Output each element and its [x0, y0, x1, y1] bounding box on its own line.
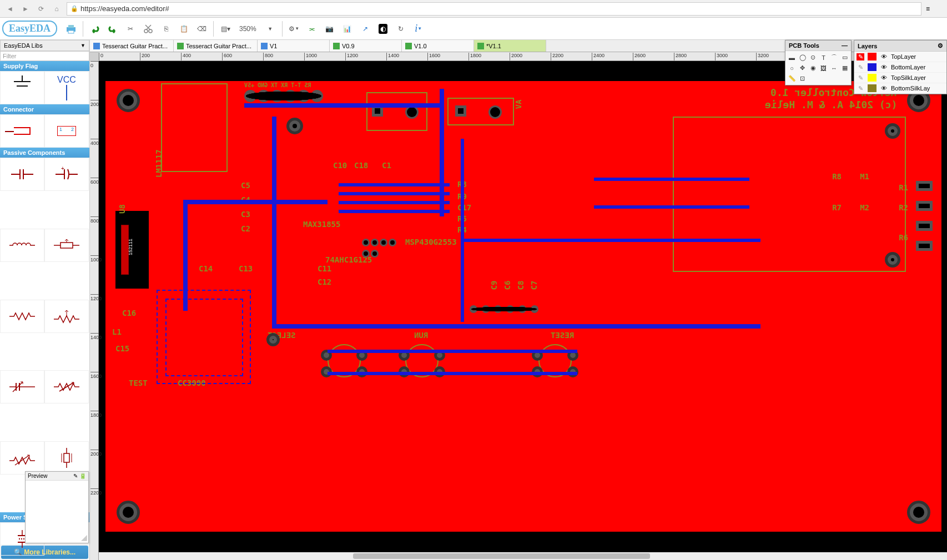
preview-title: Preview: [28, 473, 48, 479]
url-text: https://easyeda.com/editor#: [80, 4, 169, 13]
lib-pot[interactable]: [0, 370, 44, 403]
back-button[interactable]: ◄: [4, 3, 16, 14]
pencil-icon[interactable]: ✎: [857, 85, 864, 92]
paste-icon[interactable]: 📋: [175, 21, 192, 37]
resize-handle[interactable]: ◢: [81, 533, 87, 542]
gear-icon[interactable]: ⚙▼: [286, 21, 303, 37]
label-c15: C15: [115, 344, 129, 353]
pcb-tools-title: PCB Tools: [789, 42, 819, 49]
export-icon[interactable]: ↗: [357, 21, 374, 37]
tab-v0-9[interactable]: V0.9: [330, 40, 402, 52]
conn-outline: [366, 92, 427, 131]
pcb-board[interactable]: Reflow Controller 1.0 (c) 2014 A. & M. H…: [105, 72, 941, 541]
scissors-icon[interactable]: [140, 21, 157, 37]
image-tool-icon[interactable]: 🖼: [818, 63, 829, 73]
zoom-dropdown-icon[interactable]: ▼: [262, 21, 279, 37]
eye-icon[interactable]: 👁: [880, 85, 888, 92]
rect-tool-icon[interactable]: ▭: [839, 52, 850, 63]
section-connector[interactable]: Connector: [0, 104, 89, 114]
filter-input[interactable]: Filter: [0, 51, 89, 61]
section-supply[interactable]: Supply Flag: [0, 61, 89, 71]
h-scrollbar[interactable]: [99, 552, 947, 560]
history-icon[interactable]: ↻: [392, 21, 409, 37]
layer-row-bottomsilklay[interactable]: ✎👁BottomSilkLay: [854, 83, 946, 94]
pencil-icon[interactable]: ✎: [857, 74, 864, 82]
label-max: MAX31855: [303, 220, 340, 229]
lib-cap[interactable]: [0, 158, 44, 191]
lib-cap-pol[interactable]: +: [44, 158, 89, 191]
track-tool-icon[interactable]: ▬: [787, 52, 797, 63]
circle-tool-icon[interactable]: ○: [787, 63, 797, 73]
forward-button[interactable]: ►: [20, 3, 31, 14]
app-logo[interactable]: EasyEDA: [2, 21, 57, 37]
lib-vcc[interactable]: VCC: [44, 71, 89, 104]
section-passive[interactable]: Passive Components: [0, 148, 89, 158]
eye-icon[interactable]: 👁: [880, 53, 888, 60]
ruler-tool-icon[interactable]: 📏: [787, 73, 797, 84]
align-icon[interactable]: ▤▾: [217, 21, 234, 37]
bom-icon[interactable]: 📊: [339, 21, 356, 37]
lcd-hole: [885, 123, 900, 139]
lib-res-us2[interactable]: [44, 300, 89, 333]
ruler-vertical: 0200400600800100012001400160018002000220…: [90, 61, 99, 560]
share-icon[interactable]: ⫘: [304, 21, 320, 37]
text-tool-icon[interactable]: T: [818, 52, 829, 63]
lib-ind[interactable]: [0, 229, 44, 262]
camera-icon[interactable]: 📷: [321, 21, 338, 37]
steam-icon[interactable]: ◐: [375, 21, 391, 37]
lib-conn1[interactable]: [0, 114, 44, 148]
tab-label: V1.0: [414, 43, 427, 49]
lib-var-res[interactable]: [44, 370, 89, 403]
preview-tools[interactable]: ✎ 🔋: [73, 473, 86, 479]
minimize-icon[interactable]: —: [842, 42, 848, 49]
mounting-hole: [117, 89, 140, 112]
group-tool-icon[interactable]: ⊡: [797, 73, 808, 84]
undo-icon[interactable]: [87, 21, 103, 37]
lib-conn2[interactable]: 12: [44, 114, 89, 148]
layer-name: TopLayer: [891, 53, 916, 60]
tab-tesseract-guitar-pract-[interactable]: Tesseract Guitar Pract...: [90, 40, 174, 52]
tab-v1[interactable]: V1: [258, 40, 330, 52]
gear-icon[interactable]: ⚙: [938, 42, 943, 49]
copy-icon[interactable]: ⎘: [158, 21, 174, 37]
lib-res-eu[interactable]: [44, 229, 89, 262]
lib-gnd[interactable]: [0, 71, 44, 104]
zoom-value[interactable]: 350%: [235, 25, 261, 33]
hole-tool-icon[interactable]: ◉: [808, 63, 818, 73]
info-icon[interactable]: i▼: [410, 21, 427, 37]
lib-trim[interactable]: [0, 441, 44, 475]
layer-row-topsilklayer[interactable]: ✎👁TopSilkLayer: [854, 73, 946, 83]
home-button[interactable]: ⌂: [51, 3, 62, 14]
dim-tool-icon[interactable]: ↔: [829, 63, 839, 73]
label-r6: R6: [899, 233, 908, 242]
via: [362, 250, 370, 258]
arc-tool-icon[interactable]: ⌒: [829, 52, 839, 63]
tab-tesseract-guitar-pract-[interactable]: Tesseract Guitar Pract...: [174, 40, 258, 52]
canvas-area: Tesseract Guitar Pract...Tesseract Guita…: [90, 40, 947, 560]
cut-icon[interactable]: ✂: [122, 21, 139, 37]
eye-icon[interactable]: 👁: [880, 74, 888, 81]
pencil-icon[interactable]: ✎: [857, 64, 864, 71]
region-tool-icon[interactable]: ▦: [839, 63, 850, 73]
url-bar[interactable]: 🔒 https://easyeda.com/editor#: [67, 2, 921, 16]
layer-color: [868, 63, 877, 71]
lib-res-us[interactable]: [0, 300, 44, 333]
print-icon[interactable]: [63, 21, 79, 37]
delete-icon[interactable]: ⌫: [193, 21, 210, 37]
libs-dropdown[interactable]: EasyEDA Libs: [0, 40, 89, 51]
menu-icon[interactable]: ≡: [926, 5, 943, 13]
tab--v1-1[interactable]: *V1.1: [474, 40, 546, 52]
layer-row-bottomlayer[interactable]: ✎👁BottomLayer: [854, 62, 946, 73]
pcb-canvas[interactable]: 0200400600800100012001400160018002000220…: [90, 61, 947, 560]
eye-icon[interactable]: 👁: [880, 64, 888, 70]
tab-v1-0[interactable]: V1.0: [402, 40, 474, 52]
sch-icon: [261, 43, 268, 49]
lib-crystal[interactable]: [44, 441, 89, 475]
pencil-icon[interactable]: ✎: [857, 53, 864, 60]
via-tool-icon[interactable]: ⊙: [808, 52, 818, 63]
layer-row-toplayer[interactable]: ✎👁TopLayer: [854, 52, 946, 62]
pad-tool-icon[interactable]: ◯: [797, 52, 808, 63]
redo-icon[interactable]: [104, 21, 121, 37]
move-tool-icon[interactable]: ✥: [797, 63, 808, 73]
reload-button[interactable]: ⟳: [36, 3, 47, 14]
